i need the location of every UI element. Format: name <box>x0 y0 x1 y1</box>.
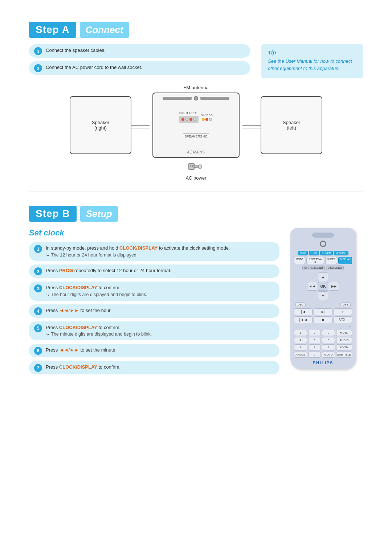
remote-power-area <box>294 241 352 249</box>
num-8[interactable]: 8 <box>308 344 321 350</box>
step-b-header: Step B Setup <box>29 206 363 222</box>
step-b-text-7: Press CLOCK/DISPLAY to confirm. <box>46 364 121 371</box>
step-b-body: Set clock 1In standy-by mode, press and … <box>29 228 363 378</box>
mp3link-btn[interactable]: MP3LINK <box>334 251 348 255</box>
step-b-item-6: 6Press ◄◄/►► to set the minute. <box>29 344 279 357</box>
disc-btn[interactable]: DISC <box>298 251 308 255</box>
step-a-text-2: Connect the AC power cord to the wall so… <box>46 64 142 71</box>
tip-box: Tip See the User Manual for how to conne… <box>261 44 363 78</box>
dpad-empty-br <box>329 291 339 300</box>
remote-menu-row: SYSTEM MENU DISC MENU <box>294 266 352 270</box>
speaker-connectors: RIGHT LEFT <box>179 111 199 123</box>
dot-red-1 <box>181 118 184 121</box>
speaker-left-group: Speaker(left) <box>261 96 322 154</box>
num-1[interactable]: 1 <box>294 330 307 336</box>
step-b-item-7: 7Press CLOCK/DISPLAY to confirm. <box>29 361 279 374</box>
step-a-section: Step A Connect 1 Connect the speaker cab… <box>29 22 363 181</box>
connector-row: RIGHT LEFT <box>179 111 199 115</box>
display-btn[interactable]: DISPLAY <box>338 257 352 264</box>
dpad-down[interactable]: ▼ <box>318 291 328 300</box>
dot-red-2 <box>189 118 192 121</box>
remote-control: DISC USB TUNER MP3LINK MODE REPEAT A-B S… <box>290 228 356 369</box>
dpad-empty-bl <box>307 291 317 300</box>
subtitle-btn[interactable]: SUBTITLE <box>336 352 352 358</box>
usb-btn[interactable]: USB <box>309 251 319 255</box>
power-button[interactable] <box>320 241 326 247</box>
step-a-title: Connect <box>80 22 129 38</box>
step-a-label: Step A <box>29 22 76 38</box>
mute-btn[interactable]: MUTE <box>336 330 352 336</box>
rew-btn[interactable]: |◄◄ <box>294 316 313 323</box>
step-b-num-7: 7 <box>34 364 42 372</box>
dbb-btn[interactable]: DBB <box>340 302 351 307</box>
num-9[interactable]: 9 <box>322 344 335 350</box>
dpad-empty-tl <box>307 272 317 281</box>
set-clock-title: Set clock <box>29 228 279 238</box>
num-0[interactable]: 0 <box>308 352 321 358</box>
step-b-item-5: 5Press CLOCK/DISPLAY to confirm.↳ The mi… <box>29 321 279 340</box>
speaker-left-label: Speaker(left) <box>283 120 300 131</box>
step-a-num-1: 1 <box>34 47 42 55</box>
vol-minus-label: − <box>294 325 352 328</box>
main-unit-bottom: ~ AC MAINS ~ <box>156 150 236 154</box>
antenna-label: FM antenna <box>183 85 208 90</box>
step-a-item-2: 2 Connect the AC power cord to the wall … <box>29 61 250 75</box>
num-4[interactable]: 4 <box>294 337 307 343</box>
num-5[interactable]: 5 <box>308 337 321 343</box>
system-menu-btn[interactable]: SYSTEM MENU <box>302 266 324 270</box>
step-b-items-container: 1In standy-by mode, press and hold CLOCK… <box>29 242 279 374</box>
repeat-btn[interactable]: REPEAT A-B <box>306 257 324 264</box>
angle-btn[interactable]: ANGLE <box>294 352 307 358</box>
sleep-btn[interactable]: SLEEP <box>325 257 337 264</box>
step-a-main: 1 Connect the speaker cables. 2 Connect … <box>29 44 250 78</box>
speaker-right-box: Speaker(right) <box>70 96 131 154</box>
ac-power-label: AC power <box>185 175 206 181</box>
dpad-left[interactable]: ◄◄ <box>307 282 317 291</box>
vol-label: VOL <box>334 316 352 323</box>
antenna-right <box>200 97 229 100</box>
speakers-label: SPEAKERS 4Ω <box>183 134 209 139</box>
disc-menu-btn[interactable]: DISC MENU <box>326 266 344 270</box>
dpad-up[interactable]: ▲ <box>318 272 328 281</box>
main-unit-box: RIGHT LEFT S-VIDEO <box>152 93 240 158</box>
ac-power-area: AC power <box>185 159 206 181</box>
zoom-btn[interactable]: ZOOM <box>336 344 352 350</box>
step-b-text-6: Press ◄◄/►► to set the minute. <box>46 346 117 354</box>
tuner-btn[interactable]: TUNER <box>320 251 332 255</box>
svg-rect-5 <box>193 166 199 168</box>
prev-btn[interactable]: |◄ <box>294 308 313 315</box>
antenna-left <box>163 97 192 100</box>
main-unit-middle: RIGHT LEFT S-VIDEO <box>179 111 213 123</box>
speaker-right-group: Speaker(right) <box>70 96 131 154</box>
dot-white-2 <box>193 118 196 121</box>
goto-btn[interactable]: GOTO <box>322 352 335 358</box>
svg-rect-6 <box>199 165 201 168</box>
mode-btn[interactable]: MODE <box>294 257 305 264</box>
philips-logo: PHILIPS <box>294 361 352 365</box>
step-b-text-1: In standy-by mode, press and hold CLOCK/… <box>46 245 230 258</box>
dpad-ok[interactable]: OK <box>318 282 328 291</box>
plug-icon <box>187 159 205 174</box>
tip-title: Tip <box>268 49 356 56</box>
dsc-btn[interactable]: DSC <box>295 302 306 307</box>
vol-plus-btn[interactable]: + <box>334 308 352 315</box>
speaker-right-label: Speaker(right) <box>92 120 109 131</box>
dot-red-3 <box>205 118 208 121</box>
num-7[interactable]: 7 <box>294 344 307 350</box>
step-b-text-5: Press CLOCK/DISPLAY to confirm.↳ The min… <box>46 324 152 338</box>
num-3[interactable]: 3 <box>322 330 335 336</box>
num-6[interactable]: 6 <box>322 337 335 343</box>
step-b-num-1: 1 <box>34 245 42 253</box>
num-2[interactable]: 2 <box>308 330 321 336</box>
main-unit-top <box>156 96 236 100</box>
remote-transport: |◄ ►| + |◄◄ ■ VOL <box>294 308 352 323</box>
cable-left-svg <box>131 114 150 136</box>
stop-btn[interactable]: ■ <box>314 316 332 323</box>
tip-text: See the User Manual for how to connect o… <box>268 58 356 72</box>
step-b-title: Setup <box>80 206 118 222</box>
remote-top-bar <box>312 233 334 238</box>
audio-btn[interactable]: AUDIO <box>336 337 352 343</box>
dpad-right[interactable]: ▶▶ <box>329 282 339 291</box>
next-btn[interactable]: ►| <box>314 308 332 315</box>
step-b-num-4: 4 <box>34 307 42 315</box>
